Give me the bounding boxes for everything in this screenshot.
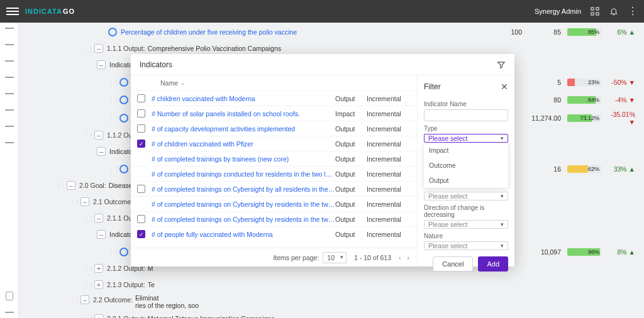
collapse-icon[interactable] bbox=[94, 131, 103, 140]
drag-handle-icon[interactable]: ⋮⋮ bbox=[83, 315, 93, 319]
filter-nature-select[interactable]: Please select bbox=[424, 241, 508, 250]
expand-icon[interactable] bbox=[94, 314, 103, 318]
drag-handle-icon[interactable]: ⋮⋮ bbox=[83, 282, 93, 288]
collapse-icon[interactable] bbox=[80, 197, 89, 206]
header-user[interactable]: Synergy Admin bbox=[535, 8, 581, 15]
indicator-nature: Incremental bbox=[367, 125, 411, 133]
indicator-name-link[interactable]: # of completed trainings conducted for r… bbox=[152, 170, 335, 178]
indicator-type: Output bbox=[335, 216, 367, 223]
rail-item[interactable] bbox=[5, 28, 14, 29]
pager-size-select[interactable]: 10 bbox=[323, 252, 347, 263]
indicator-row: # of completed trainings on Cybersight b… bbox=[131, 196, 417, 211]
drag-handle-icon[interactable]: ⋮⋮ bbox=[108, 249, 118, 256]
drag-handle-icon[interactable]: ⋮⋮ bbox=[108, 97, 118, 104]
close-icon[interactable]: ✕ bbox=[501, 82, 508, 92]
topbar: INDICATA GO Synergy Admin ⋮ bbox=[0, 0, 644, 23]
drag-handle-icon[interactable]: ⋮⋮ bbox=[83, 265, 93, 272]
filter-type-option[interactable]: Output bbox=[424, 173, 508, 188]
indicator-nature: Incremental bbox=[367, 185, 411, 193]
rail-item[interactable] bbox=[5, 126, 14, 127]
filter-icon[interactable] bbox=[497, 60, 506, 69]
svg-rect-3 bbox=[596, 13, 599, 15]
row-checkbox[interactable] bbox=[137, 94, 145, 102]
row-checkbox[interactable] bbox=[137, 124, 145, 133]
node-prefix: 2.2.1 Output: bbox=[107, 315, 145, 318]
filter-name-input[interactable] bbox=[424, 109, 508, 121]
pager-prev-icon[interactable]: ‹ bbox=[399, 254, 401, 261]
indicator-name-link[interactable]: # children vaccinated with Moderna bbox=[152, 95, 335, 102]
node-title[interactable]: Maternal Tetanus Immunization Campaigns bbox=[148, 315, 275, 318]
row-checkbox[interactable] bbox=[137, 109, 145, 118]
rail-item[interactable] bbox=[5, 109, 14, 111]
collapse-icon[interactable] bbox=[67, 181, 75, 190]
rail-item[interactable] bbox=[5, 44, 14, 45]
rail-item[interactable] bbox=[5, 93, 14, 94]
rail-item-doc-icon[interactable] bbox=[6, 292, 13, 300]
collapse-icon[interactable] bbox=[97, 60, 106, 69]
menu-toggle-icon[interactable] bbox=[6, 8, 19, 15]
indicator-row: # of capacity development activities imp… bbox=[131, 121, 417, 136]
brand-logo: INDICATA GO bbox=[25, 8, 75, 15]
sort-icon: ⌄ bbox=[180, 80, 186, 86]
more-icon[interactable]: ⋮ bbox=[628, 6, 638, 16]
indicator-name-link[interactable]: # of completed trainings by trainees (ne… bbox=[152, 155, 335, 163]
indicator-name-link[interactable]: # of capacity development activities imp… bbox=[152, 125, 335, 133]
metric-actual: 85 bbox=[528, 28, 561, 36]
collapse-icon[interactable] bbox=[97, 230, 106, 239]
node-title[interactable]: Eliminat ries of the region, soo bbox=[135, 294, 199, 309]
drag-handle-icon[interactable]: ⋮⋮ bbox=[108, 166, 118, 173]
indicator-icon bbox=[119, 165, 128, 173]
filter-type-option[interactable]: Impact bbox=[424, 143, 508, 158]
indicator-name-link[interactable]: # of completed trainings on Cybersight b… bbox=[152, 200, 335, 208]
brand-logo-text-1: INDICATA bbox=[25, 8, 62, 15]
column-header-name[interactable]: Name ⌄ bbox=[160, 79, 186, 87]
drag-handle-icon[interactable]: ⋮⋮ bbox=[55, 182, 65, 189]
trend-pct: 33% ▲ bbox=[608, 165, 635, 173]
drag-handle-icon[interactable]: ⋮⋮ bbox=[83, 215, 93, 222]
tree-row-output: ⋮⋮ 2.1.3 Output: Te bbox=[30, 278, 640, 292]
filter-type-option[interactable]: Outcome bbox=[424, 158, 508, 173]
indicator-name-link[interactable]: # of children vaccinated with Pfizer bbox=[152, 140, 335, 148]
indicator-link[interactable]: Percentage of children under five receiv… bbox=[121, 28, 297, 36]
pager-next-icon[interactable]: › bbox=[408, 254, 410, 261]
node-prefix: 1.1.1 Output: bbox=[107, 45, 145, 52]
rail-item[interactable] bbox=[5, 60, 14, 62]
drag-handle-icon[interactable]: ⋮⋮ bbox=[69, 199, 79, 206]
cancel-button[interactable]: Cancel bbox=[433, 256, 473, 271]
indicator-row: # children vaccinated with ModernaOutput… bbox=[131, 90, 417, 106]
indicator-name-link[interactable]: # Number of solar panels installed on sc… bbox=[152, 110, 335, 118]
collapse-icon[interactable] bbox=[94, 44, 103, 53]
drag-handle-icon[interactable]: ⋮⋮ bbox=[69, 296, 79, 303]
metric-actual: 80 bbox=[528, 96, 561, 104]
row-checkbox[interactable] bbox=[137, 215, 145, 223]
collapse-icon[interactable] bbox=[94, 214, 103, 222]
filter-generic-select-1[interactable]: Please select bbox=[424, 192, 508, 200]
filter-type-select[interactable]: Please select bbox=[424, 134, 508, 143]
drag-handle-icon[interactable]: ⋮⋮ bbox=[83, 132, 93, 139]
rail-item[interactable] bbox=[5, 77, 14, 78]
bell-icon[interactable] bbox=[609, 6, 619, 16]
indicator-name-link[interactable]: # of people fully vaccinated with Modern… bbox=[152, 231, 335, 238]
rail-item[interactable] bbox=[5, 312, 14, 313]
expand-icon[interactable] bbox=[94, 280, 103, 289]
indicator-icon bbox=[119, 78, 128, 87]
node-title[interactable]: Te bbox=[148, 281, 155, 288]
collapse-icon[interactable] bbox=[97, 147, 106, 156]
row-checkbox[interactable] bbox=[137, 140, 145, 148]
collapse-icon[interactable] bbox=[80, 295, 89, 304]
row-checkbox[interactable] bbox=[137, 185, 145, 193]
indicator-name-link[interactable]: # of completed trainings on Cybersight b… bbox=[152, 216, 335, 223]
node-title[interactable]: Comprehensive Polio Vaccination Campaign… bbox=[148, 45, 281, 52]
drag-handle-icon[interactable]: ⋮⋮ bbox=[108, 115, 118, 122]
filter-nature-label: Nature bbox=[424, 233, 508, 239]
filter-direction-select[interactable]: Please select bbox=[424, 220, 508, 229]
indicator-name-link[interactable]: # of completed trainings on Cybersight b… bbox=[152, 185, 335, 193]
filter-panel: Filter ✕ Indicator Name Type Please sele… bbox=[417, 75, 514, 266]
rail-item[interactable] bbox=[5, 142, 14, 143]
add-button[interactable]: Add bbox=[478, 256, 508, 271]
expand-icon[interactable] bbox=[94, 264, 103, 273]
apps-icon[interactable] bbox=[590, 6, 600, 16]
drag-handle-icon[interactable]: ⋮⋮ bbox=[108, 79, 118, 86]
row-checkbox[interactable] bbox=[137, 230, 145, 238]
drag-handle-icon[interactable]: ⋮⋮ bbox=[83, 45, 93, 52]
